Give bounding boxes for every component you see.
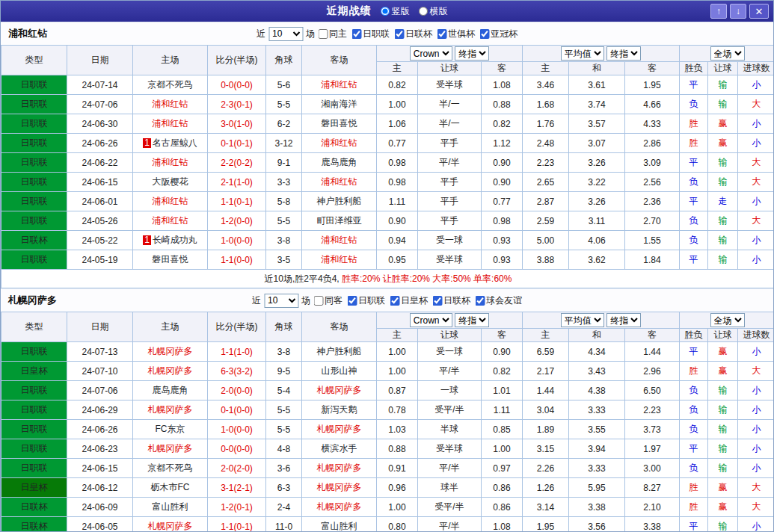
result-outcome: 平 — [680, 250, 708, 270]
titlebar: 近期战绩 竖版 横版 ↑ ↓ ✕ — [1, 1, 773, 22]
avg-odds-draw: 3.43 — [569, 362, 625, 381]
home-team: 富山胜利 — [133, 498, 208, 517]
filter-checkbox[interactable] — [475, 296, 485, 306]
handicap-odds-home: 0.94 — [377, 231, 418, 250]
home-team: 札幌冈萨多 — [133, 400, 208, 420]
avg-odds-away: 2.36 — [625, 192, 680, 211]
result-goals: 小 — [738, 439, 774, 459]
result-handicap: 输 — [708, 250, 738, 270]
layout-option-horizontal[interactable]: 横版 — [419, 5, 448, 18]
corner-count: 5-5 — [266, 420, 302, 439]
games-label: 场 — [301, 294, 310, 307]
match-score: 0-1(0-0) — [208, 400, 266, 420]
col-header-home: 主场 — [133, 312, 208, 342]
match-score: 2-3(0-1) — [208, 95, 266, 114]
home-team: 札幌冈萨多 — [133, 517, 208, 532]
avg-odds-home: 2.59 — [523, 211, 569, 231]
avg-company-select[interactable]: 平均值 — [561, 313, 604, 327]
avg-time-select[interactable]: 终指 — [606, 313, 641, 327]
home-team: 1长崎成功丸 — [133, 231, 208, 250]
window-buttons: ↑ ↓ ✕ — [710, 4, 773, 19]
competition-filter[interactable]: 同主 — [318, 28, 347, 40]
competition-filter[interactable]: 日职联 — [347, 294, 385, 307]
handicap-odds-away: 1.08 — [482, 75, 523, 95]
avg-odds-away: 3.00 — [625, 459, 680, 478]
odds-time-select[interactable]: 终指 — [455, 313, 489, 327]
scroll-down-button[interactable]: ↓ — [730, 4, 746, 19]
competition-filter[interactable]: 亚冠杯 — [479, 28, 517, 40]
col-header-date: 日期 — [67, 312, 133, 342]
away-team: 浦和红钻 — [302, 134, 377, 153]
away-team: 鹿岛鹿角 — [302, 153, 377, 173]
competition-filter[interactable]: 日联杯 — [432, 294, 470, 307]
match-row: 日职联24-07-13札幌冈萨多1-1(1-0)3-8神户胜利船1.00受一球0… — [1, 342, 774, 362]
odds-time-select[interactable]: 终指 — [455, 46, 489, 61]
match-count-select[interactable]: 10 — [264, 294, 298, 308]
odds-source-header: Crown 终指 — [377, 46, 523, 62]
match-count-select[interactable]: 10 — [268, 27, 303, 41]
close-button[interactable]: ✕ — [749, 4, 769, 19]
corner-count: 3-3 — [266, 173, 302, 192]
result-goals: 小 — [738, 342, 774, 362]
match-score: 2-1(1-0) — [208, 173, 266, 192]
result-outcome: 平 — [680, 517, 708, 532]
competition-filter[interactable]: 世俱杯 — [437, 28, 475, 40]
handicap-odds-away: 0.93 — [482, 231, 523, 250]
competition-filter[interactable]: 日皇杯 — [390, 294, 428, 307]
corner-count: 4-8 — [266, 439, 302, 459]
match-score: 0-0(0-0) — [208, 75, 266, 95]
filter-checkbox[interactable] — [390, 296, 399, 306]
filter-checkbox[interactable] — [347, 296, 357, 306]
handicap-line: 平/半 — [418, 153, 482, 173]
layout-option-vertical[interactable]: 竖版 — [381, 5, 410, 18]
result-goals: 小 — [738, 134, 774, 153]
result-handicap: 输 — [708, 517, 738, 532]
avg-company-select[interactable]: 平均值 — [561, 46, 604, 61]
match-type-badge: 日职联 — [1, 192, 67, 211]
filter-checkbox[interactable] — [432, 296, 442, 306]
avg-odds-home: 1.76 — [523, 114, 569, 134]
competition-filter[interactable]: 日职联 — [351, 28, 390, 40]
corner-count: 9-5 — [266, 362, 302, 381]
competition-filter[interactable]: 同客 — [313, 294, 343, 307]
result-outcome: 负 — [680, 211, 708, 231]
avg-odds-home: 2.26 — [523, 459, 569, 478]
vertical-layout-radio[interactable] — [381, 7, 390, 16]
result-goals: 小 — [738, 420, 774, 439]
filter-checkbox[interactable] — [394, 29, 404, 39]
match-type-badge: 日职联 — [1, 400, 67, 420]
result-outcome: 胜 — [680, 478, 708, 498]
match-row: 日职联24-06-22浦和红钻2-2(0-2)9-1鹿岛鹿角0.98平/半0.9… — [1, 153, 774, 173]
odds-company-select[interactable]: Crown — [410, 313, 452, 327]
away-team: 札幌冈萨多 — [302, 498, 377, 517]
filter-checkbox[interactable] — [351, 29, 361, 39]
avg-odds-draw: 3.74 — [569, 95, 625, 114]
match-row: 日皇杯24-06-12枥木市FC3-1(2-1)6-3札幌冈萨多0.96球半0.… — [1, 478, 774, 498]
odds-company-select[interactable]: Crown — [410, 46, 452, 61]
avg-time-select[interactable]: 终指 — [606, 46, 641, 61]
handicap-odds-home: 0.88 — [377, 439, 418, 459]
match-date: 24-06-22 — [67, 153, 133, 173]
period-select[interactable]: 全场 — [710, 46, 745, 61]
filter-checkbox[interactable] — [479, 29, 489, 39]
filter-checkbox[interactable] — [437, 29, 446, 39]
handicap-line: 受一球 — [418, 231, 482, 250]
filter-checkbox[interactable] — [318, 29, 328, 39]
competition-filter[interactable]: 日联杯 — [394, 28, 432, 40]
avg-odds-draw: 3.33 — [569, 400, 625, 420]
scroll-up-button[interactable]: ↑ — [710, 4, 727, 19]
filter-checkbox[interactable] — [313, 296, 323, 306]
horizontal-layout-radio[interactable] — [419, 7, 428, 16]
red-card-badge: 1 — [143, 235, 151, 245]
handicap-line: 半球 — [418, 420, 482, 439]
competition-filter[interactable]: 球会友谊 — [475, 294, 522, 307]
home-team: 札幌冈萨多 — [133, 362, 208, 381]
near-label: 近 — [257, 28, 265, 40]
handicap-odds-away: 0.90 — [482, 153, 523, 173]
result-goals: 小 — [738, 75, 774, 95]
period-select[interactable]: 全场 — [710, 313, 745, 327]
section-header-sapporo: 札幌冈萨多 近 10 场 同客日职联日皇杯日联杯球会友谊 — [1, 288, 773, 312]
avg-odds-away: 1.44 — [625, 342, 680, 362]
avg-source-header: 平均值 终指 — [523, 312, 680, 329]
avg-odds-home: 2.65 — [523, 173, 569, 192]
